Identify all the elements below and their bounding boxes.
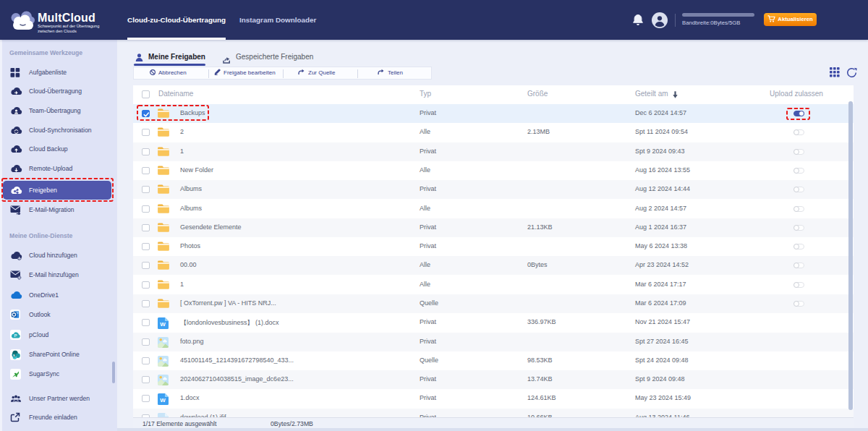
svg-text:W: W <box>160 321 166 328</box>
svg-text:P: P <box>14 333 17 338</box>
svg-text:W: W <box>160 397 166 404</box>
svg-text:s: s <box>13 353 15 357</box>
